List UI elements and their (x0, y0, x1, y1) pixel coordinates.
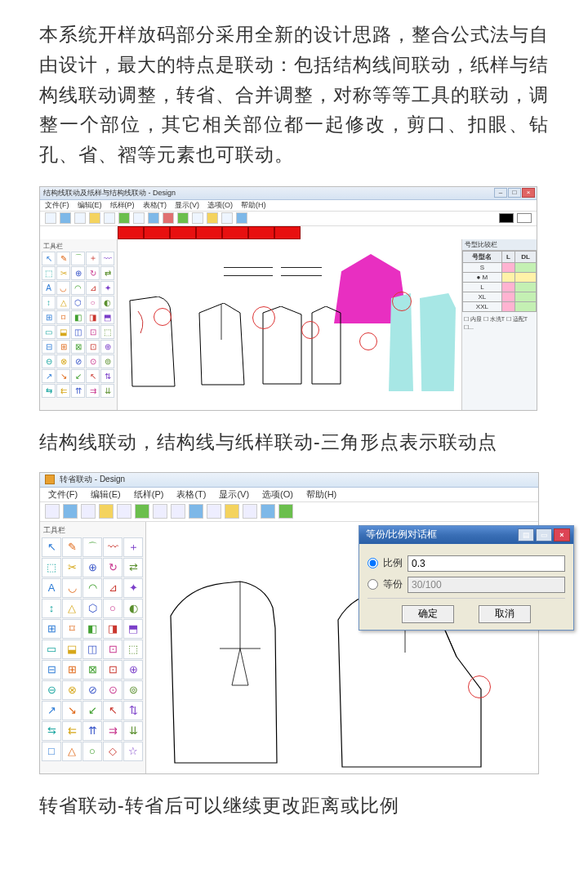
tool-icon[interactable]: ⊿ (86, 281, 100, 295)
toolbar-icon[interactable] (81, 504, 96, 519)
tool-icon[interactable]: ✦ (100, 281, 114, 295)
tool-icon[interactable]: ⊙ (86, 354, 100, 368)
color-swatch-white[interactable] (517, 213, 532, 223)
tool-icon[interactable]: ⬡ (71, 296, 85, 310)
menu-item[interactable]: 编辑(E) (78, 200, 102, 211)
tool-icon[interactable]: □ (42, 742, 61, 761)
tool-icon[interactable]: ⬚ (123, 640, 143, 659)
tool-icon[interactable]: ⊞ (42, 310, 56, 324)
toolbar-icon[interactable] (63, 504, 78, 519)
tool-icon[interactable]: ↘ (62, 701, 82, 720)
toolbar-icon[interactable] (171, 504, 185, 519)
tool-icon[interactable]: ⬓ (62, 640, 82, 659)
tool-icon[interactable]: ⊡ (86, 325, 100, 339)
menu-item[interactable]: 选项(O) (262, 488, 293, 501)
tool-icon[interactable]: ⊕ (100, 340, 114, 354)
toolbar-icon[interactable] (135, 504, 149, 519)
tool-icon[interactable]: ✎ (62, 537, 82, 557)
red-tab[interactable] (144, 226, 170, 239)
size-row-label[interactable]: XL (463, 292, 502, 301)
tool-icon[interactable]: ☆ (123, 742, 143, 761)
toolbar-icon[interactable] (153, 504, 167, 519)
tool-icon[interactable]: ◇ (103, 742, 122, 761)
tool-icon[interactable]: ↻ (86, 266, 100, 280)
toolbar-icon[interactable] (278, 504, 293, 519)
tool-icon[interactable]: ⇉ (103, 721, 122, 741)
menu-item[interactable]: 选项(O) (207, 200, 233, 211)
size-cell[interactable] (515, 272, 537, 282)
tool-icon[interactable]: ◨ (86, 310, 100, 324)
tool-icon[interactable]: △ (62, 742, 82, 761)
size-cell[interactable] (501, 292, 514, 301)
tool-icon[interactable]: ↖ (42, 537, 61, 557)
tool-icon[interactable]: ◐ (123, 599, 143, 618)
menu-item[interactable]: 表格(T) (176, 488, 206, 501)
tool-icon[interactable]: ◨ (103, 619, 122, 639)
color-swatch-black[interactable] (499, 213, 514, 223)
tool-icon[interactable]: ⇄ (100, 266, 114, 280)
tool-icon[interactable]: ⊕ (82, 558, 102, 577)
size-cell[interactable] (501, 282, 514, 292)
toolbar-icon[interactable] (207, 504, 221, 519)
drawing-canvas[interactable] (118, 239, 461, 410)
toolbar-icon[interactable] (89, 212, 100, 224)
dialog-button-icon[interactable]: ▭ (536, 528, 552, 542)
tool-icon[interactable]: ⊙ (103, 680, 122, 700)
tool-icon[interactable]: ◠ (71, 281, 85, 295)
tool-icon[interactable]: ⊞ (42, 619, 61, 639)
red-tab[interactable] (248, 226, 274, 239)
tool-icon[interactable]: ⇆ (42, 384, 56, 398)
menu-item[interactable]: 帮助(H) (306, 488, 336, 501)
tool-icon[interactable]: ⊖ (42, 354, 56, 368)
tool-icon[interactable]: ↖ (42, 252, 56, 265)
toolbar-icon[interactable] (104, 212, 115, 224)
tool-icon[interactable]: ⊡ (86, 340, 100, 354)
size-row-label[interactable]: XXL (463, 301, 502, 311)
drawing-canvas[interactable]: ✶ 等份/比例对话框 ▤ ▭ × 比例 (146, 522, 538, 773)
tool-icon[interactable]: ⬡ (82, 599, 102, 618)
tool-icon[interactable]: ⇈ (71, 384, 85, 398)
tool-icon[interactable]: 〰 (100, 252, 114, 265)
tool-icon[interactable]: ↕ (42, 599, 61, 618)
tool-icon[interactable]: ◡ (56, 281, 70, 295)
menu-item[interactable]: 编辑(E) (91, 488, 121, 501)
tool-icon[interactable]: ＋ (123, 537, 143, 557)
tool-icon[interactable]: ◧ (82, 619, 102, 639)
tool-icon[interactable]: ⌒ (82, 537, 102, 557)
menu-item[interactable]: 文件(F) (48, 488, 78, 501)
tool-icon[interactable]: ⇈ (82, 721, 102, 741)
toolbar-icon[interactable] (207, 212, 218, 224)
red-tab[interactable] (118, 226, 144, 239)
toolbar-icon[interactable] (133, 212, 145, 224)
dialog-close-button[interactable]: × (554, 528, 570, 542)
red-tab[interactable] (222, 226, 248, 239)
ratio-radio[interactable] (368, 558, 378, 568)
tool-icon[interactable]: ⊗ (62, 680, 82, 700)
tool-icon[interactable]: ⌑ (62, 619, 82, 639)
tool-icon[interactable]: ◠ (82, 578, 102, 598)
tool-icon[interactable]: ⊡ (103, 640, 122, 659)
toolbar-icon[interactable] (148, 212, 159, 224)
tool-icon[interactable]: ✎ (56, 252, 70, 265)
tool-icon[interactable]: ⊟ (42, 340, 56, 354)
tool-icon[interactable]: ⬓ (56, 325, 70, 339)
toolbar-icon[interactable] (45, 212, 56, 224)
tool-icon[interactable]: ⇉ (86, 384, 100, 398)
tool-icon[interactable]: ⊠ (82, 660, 102, 680)
tool-icon[interactable]: ⬚ (100, 325, 114, 339)
tool-icon[interactable]: ◫ (71, 325, 85, 339)
tool-icon[interactable]: ⊞ (62, 660, 82, 680)
ratio-input[interactable] (408, 555, 565, 572)
tool-icon[interactable]: ⊗ (56, 354, 70, 368)
tool-icon[interactable]: ⊟ (42, 660, 61, 680)
tool-icon[interactable]: ⇊ (123, 721, 143, 741)
tool-icon[interactable]: ↕ (42, 296, 56, 310)
menu-item[interactable]: 纸样(P) (134, 488, 164, 501)
toolbar-icon[interactable] (189, 504, 203, 519)
size-row-label[interactable]: S (463, 262, 502, 272)
tool-icon[interactable]: ⊿ (103, 578, 122, 598)
tool-icon[interactable]: △ (62, 599, 82, 618)
menu-item[interactable]: 表格(T) (143, 200, 167, 211)
tool-icon[interactable]: ⊡ (103, 660, 122, 680)
tool-icon[interactable]: ↗ (42, 369, 56, 383)
